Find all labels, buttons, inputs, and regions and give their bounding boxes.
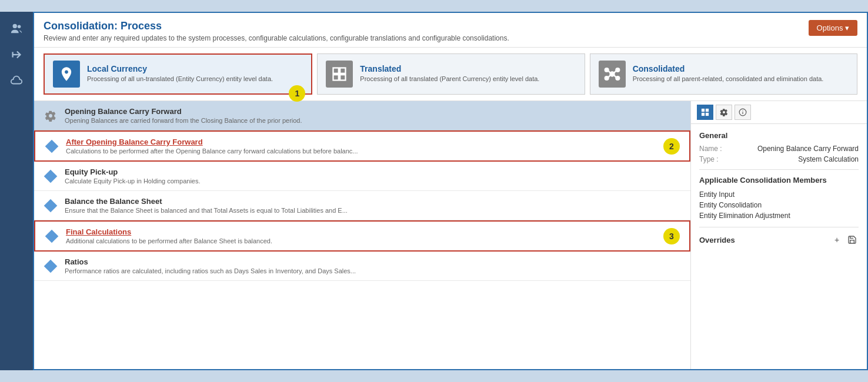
toolbar-settings-icon[interactable]	[716, 105, 732, 120]
equity-pickup-text: Equity Pick-up Calculate Equity Pick-up …	[65, 167, 681, 185]
equity-pickup-desc: Calculate Equity Pick-up in Holding comp…	[65, 177, 681, 185]
svg-rect-6	[333, 75, 339, 80]
overrides-save-button[interactable]	[846, 233, 859, 246]
acm-entity-consolidation: Entity Consolidation	[699, 200, 859, 210]
general-section-title: General	[699, 131, 859, 140]
step-badge-2: 2	[663, 138, 680, 155]
translated-text: Translated Processing of all translated …	[360, 64, 539, 83]
translated-icon-box	[326, 61, 353, 88]
process-item-balance-sheet[interactable]: Balance the Balance Sheet Ensure that th…	[34, 191, 690, 220]
panel-translated[interactable]: Translated Processing of all translated …	[317, 53, 585, 95]
local-currency-desc: Processing of all un-translated (Entity …	[87, 75, 273, 83]
ratios-desc: Performance ratios are calculated, inclu…	[65, 267, 681, 274]
balance-sheet-desc: Ensure that the Balance Sheet is balance…	[65, 207, 681, 214]
options-button[interactable]: Options ▾	[809, 20, 857, 36]
toolbar-info-icon[interactable]	[735, 105, 751, 120]
acm-entity-elimination: Entity Elimination Adjustment	[699, 210, 859, 221]
after-opening-desc: Calculations to be performed after the O…	[66, 148, 656, 155]
consolidated-title: Consolidated	[633, 64, 824, 73]
opening-balance-text: Opening Balance Carry Forward Opening Ba…	[65, 107, 681, 124]
opening-balance-desc: Opening Balances are carried forward fro…	[65, 117, 681, 124]
process-list: Opening Balance Carry Forward Opening Ba…	[34, 101, 690, 369]
toolbar-expand-icon[interactable]	[697, 105, 713, 120]
svg-line-14	[613, 71, 616, 73]
equity-pickup-diamond-icon	[44, 169, 58, 183]
after-opening-text: After Opening Balance Carry Forward Calc…	[66, 138, 656, 155]
sidebar-people-icon[interactable]	[5, 18, 28, 40]
consolidated-desc: Processing of all parent-related, consol…	[633, 75, 824, 83]
step-badge-1: 1	[289, 85, 305, 102]
process-item-after-opening[interactable]: After Opening Balance Carry Forward Calc…	[34, 130, 690, 162]
page-title: Consolidation: Process	[44, 20, 509, 32]
overrides-header: Overrides +	[699, 233, 859, 246]
translated-desc: Processing of all translated (Parent Cur…	[360, 75, 539, 83]
svg-rect-5	[340, 68, 345, 73]
balance-sheet-text: Balance the Balance Sheet Ensure that th…	[65, 197, 681, 214]
divider-2	[699, 227, 859, 227]
body-area: Opening Balance Carry Forward Opening Ba…	[34, 101, 867, 369]
final-calc-name[interactable]: Final Calculations	[66, 227, 656, 236]
right-panel: General Name : Opening Balance Carry For…	[690, 101, 867, 369]
svg-point-1	[18, 25, 21, 29]
page-subtitle: Review and enter any required updates to…	[44, 34, 509, 42]
balance-sheet-diamond-icon	[44, 199, 58, 213]
sidebar-arrow-icon[interactable]	[5, 43, 28, 66]
svg-rect-18	[706, 109, 709, 112]
overrides-add-button[interactable]: +	[830, 233, 843, 246]
ratios-diamond-icon	[44, 259, 58, 273]
svg-rect-19	[702, 113, 705, 116]
after-opening-name[interactable]: After Opening Balance Carry Forward	[66, 138, 656, 146]
acm-section-title: Applicable Consolidation Members	[699, 176, 859, 185]
sidebar	[0, 12, 33, 370]
final-calc-diamond-icon	[45, 229, 59, 243]
sidebar-cloud-icon[interactable]	[5, 69, 28, 92]
svg-rect-4	[333, 68, 339, 73]
consolidated-text: Consolidated Processing of all parent-re…	[633, 64, 824, 83]
panels-row: Local Currency Processing of all un-tran…	[34, 48, 867, 101]
overrides-actions: +	[830, 233, 859, 246]
after-opening-diamond-icon	[45, 139, 59, 153]
divider-1	[699, 169, 859, 170]
overrides-title: Overrides	[699, 236, 735, 244]
svg-line-13	[608, 71, 611, 73]
process-item-ratios[interactable]: Ratios Performance ratios are calculated…	[34, 252, 690, 281]
local-currency-text: Local Currency Processing of all un-tran…	[87, 64, 273, 83]
panel-local-currency[interactable]: Local Currency Processing of all un-tran…	[44, 53, 312, 95]
step-badge-3: 3	[663, 228, 680, 244]
name-label: Name :	[699, 145, 729, 153]
svg-point-23	[742, 110, 743, 111]
ratios-name: Ratios	[65, 257, 681, 266]
page-header: Consolidation: Process Review and enter …	[34, 13, 867, 48]
final-calc-desc: Additional calculations to be performed …	[66, 237, 656, 244]
type-label: Type :	[699, 155, 729, 163]
svg-line-15	[608, 75, 611, 78]
consolidated-icon-box	[599, 61, 626, 88]
svg-rect-7	[340, 75, 345, 80]
opening-balance-gear-icon	[44, 109, 58, 123]
process-item-equity-pickup[interactable]: Equity Pick-up Calculate Equity Pick-up …	[34, 162, 690, 191]
svg-rect-17	[702, 109, 705, 112]
translated-title: Translated	[360, 64, 539, 73]
svg-line-16	[613, 75, 616, 78]
process-item-opening-balance[interactable]: Opening Balance Carry Forward Opening Ba…	[34, 101, 690, 130]
opening-balance-name: Opening Balance Carry Forward	[65, 107, 681, 116]
local-currency-icon-box	[53, 61, 80, 88]
type-row: Type : System Calculation	[699, 155, 859, 163]
right-panel-body: General Name : Opening Balance Carry For…	[691, 124, 867, 253]
svg-point-0	[13, 24, 17, 28]
local-currency-title: Local Currency	[87, 64, 273, 73]
balance-sheet-name: Balance the Balance Sheet	[65, 197, 681, 206]
name-value: Opening Balance Carry Forward	[729, 145, 859, 153]
name-row: Name : Opening Balance Carry Forward	[699, 145, 859, 153]
header-text: Consolidation: Process Review and enter …	[44, 20, 509, 42]
process-item-final-calculations[interactable]: Final Calculations Additional calculatio…	[34, 220, 690, 252]
equity-pickup-name: Equity Pick-up	[65, 167, 681, 176]
svg-rect-20	[706, 113, 709, 116]
type-value: System Calculation	[729, 155, 859, 163]
final-calc-text: Final Calculations Additional calculatio…	[66, 227, 656, 244]
acm-entity-input: Entity Input	[699, 189, 859, 200]
panel-consolidated[interactable]: Consolidated Processing of all parent-re…	[590, 53, 857, 95]
ratios-text: Ratios Performance ratios are calculated…	[65, 257, 681, 274]
right-panel-toolbar	[691, 101, 867, 124]
main-content: Consolidation: Process Review and enter …	[33, 12, 868, 370]
